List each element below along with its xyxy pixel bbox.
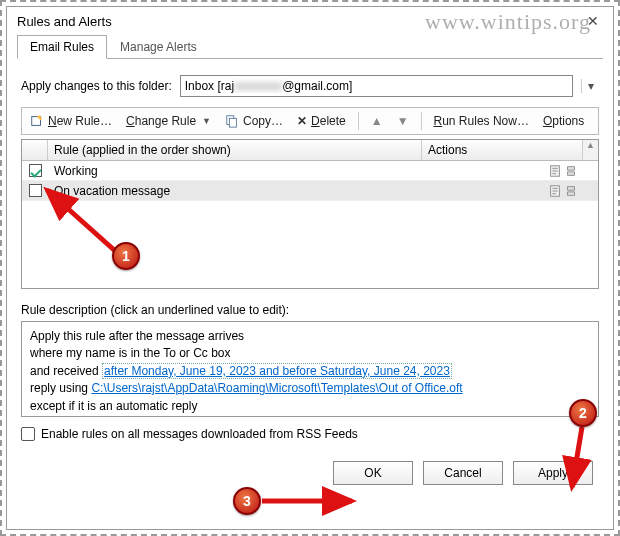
copy-button[interactable]: Copy…	[223, 112, 285, 130]
apply-button[interactable]: Apply	[513, 461, 593, 485]
rule-checkbox[interactable]	[29, 184, 42, 197]
dialog-footer: OK Cancel Apply	[7, 451, 613, 497]
options-button[interactable]: Options	[541, 112, 586, 130]
folder-combo-value: Inbox [rajxxxxxxxx@gmail.com]	[185, 79, 568, 93]
apply-folder-label: Apply changes to this folder:	[21, 79, 172, 93]
new-rule-button[interactable]: New Rule…	[28, 112, 114, 130]
delete-button[interactable]: ✕ Delete	[295, 112, 348, 130]
rss-label: Enable rules on all messages downloaded …	[41, 427, 358, 441]
rule-server-icon	[564, 184, 578, 198]
copy-icon	[225, 114, 239, 128]
cancel-button[interactable]: Cancel	[423, 461, 503, 485]
grid-scroll-up[interactable]: ▲	[582, 140, 598, 160]
new-rule-icon	[30, 114, 44, 128]
rule-description-box: Apply this rule after the message arrive…	[21, 321, 599, 417]
ok-button[interactable]: OK	[333, 461, 413, 485]
rules-and-alerts-dialog: Rules and Alerts ✕ www.wintips.org Email…	[6, 6, 614, 530]
rule-description-label: Rule description (click an underlined va…	[21, 303, 599, 317]
rules-toolbar: New Rule… Change Rule▼ Copy… ✕ Delete ▲ …	[21, 107, 599, 135]
date-range-link[interactable]: after Monday, June 19, 2023 and before S…	[102, 363, 452, 379]
change-rule-button[interactable]: Change Rule▼	[124, 112, 213, 130]
rss-checkbox[interactable]	[21, 427, 35, 441]
tab-strip: Email Rules Manage Alerts	[17, 35, 603, 59]
move-down-button[interactable]: ▼	[395, 112, 411, 130]
desc-line: and received after Monday, June 19, 2023…	[30, 363, 590, 380]
rules-grid: Rule (applied in the order shown) Action…	[21, 139, 599, 289]
dialog-title: Rules and Alerts	[17, 14, 112, 29]
table-row[interactable]: On vacation message	[22, 181, 598, 201]
desc-line: except if it is an automatic reply	[30, 398, 590, 415]
grid-header-actions[interactable]: Actions	[422, 140, 582, 160]
folder-combo-dropdown[interactable]: ▾	[581, 79, 599, 93]
rule-action-icon	[548, 164, 562, 178]
template-path-link[interactable]: C:\Users\rajst\AppData\Roaming\Microsoft…	[91, 381, 462, 395]
rule-action-icon	[548, 184, 562, 198]
down-icon: ▼	[397, 114, 409, 128]
desc-line: reply using C:\Users\rajst\AppData\Roami…	[30, 380, 590, 397]
desc-line: where my name is in the To or Cc box	[30, 345, 590, 362]
tab-email-rules[interactable]: Email Rules	[17, 35, 107, 59]
folder-combobox[interactable]: Inbox [rajxxxxxxxx@gmail.com]	[180, 75, 573, 97]
rule-server-icon	[564, 164, 578, 178]
rule-checkbox[interactable]	[29, 164, 42, 177]
desc-line: Apply this rule after the message arrive…	[30, 328, 590, 345]
tab-manage-alerts[interactable]: Manage Alerts	[107, 35, 210, 59]
rule-name: Working	[48, 164, 422, 178]
move-up-button[interactable]: ▲	[369, 112, 385, 130]
table-row[interactable]: Working	[22, 161, 598, 181]
up-icon: ▲	[371, 114, 383, 128]
close-button[interactable]: ✕	[583, 13, 603, 29]
svg-rect-2	[229, 118, 236, 127]
rule-name: On vacation message	[48, 184, 422, 198]
delete-icon: ✕	[297, 114, 307, 128]
grid-header-rule[interactable]: Rule (applied in the order shown)	[48, 140, 422, 160]
run-rules-now-button[interactable]: Run Rules Now…	[432, 112, 531, 130]
